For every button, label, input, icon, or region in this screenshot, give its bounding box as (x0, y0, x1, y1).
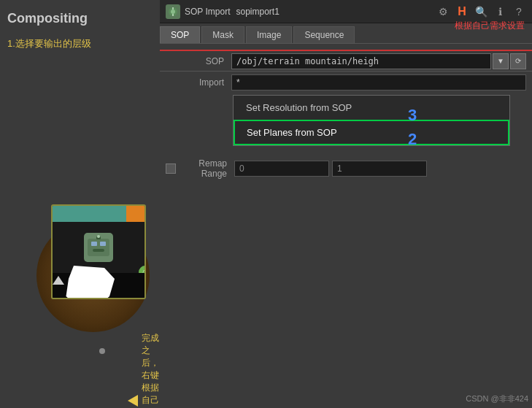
import-label: Import (166, 77, 231, 88)
svg-rect-1 (91, 242, 97, 246)
tab-image[interactable]: Image (246, 26, 292, 43)
svg-rect-0 (88, 239, 109, 256)
remap-input-2[interactable] (332, 161, 427, 177)
annotation-arrow: 完成之后，右键根据自己的需求选择保存模式 (128, 332, 161, 408)
node-area: ① height (44, 197, 161, 343)
title-bar-label: SOP Import (185, 7, 230, 17)
node-header-orange (126, 206, 144, 222)
tab-sequence[interactable]: Sequence (293, 26, 355, 43)
node-box[interactable]: ① height (51, 204, 146, 299)
dropdown-item-resolution[interactable]: Set Resolution from SOP (234, 96, 509, 120)
svg-rect-8 (172, 7, 174, 9)
compositing-title: Compositing (0, 0, 161, 34)
step1-label: 1.选择要输出的层级 (0, 34, 161, 54)
svg-point-5 (97, 235, 100, 238)
remap-checkbox[interactable] (166, 163, 176, 174)
sop-panel: SOP Import sopimport1 ⚙ H 🔍 ℹ ? SOP Mask… (160, 0, 532, 408)
dropdown-menu: Set Resolution from SOP Set Planes from … (233, 95, 510, 146)
annotation-number-2: 2 (408, 130, 417, 149)
node-header (53, 206, 144, 222)
title-bar-icons: ⚙ H 🔍 ℹ ? (436, 4, 526, 19)
svg-rect-3 (93, 249, 104, 252)
node-robot-icon (84, 233, 113, 262)
node-dot (99, 348, 105, 354)
watermark-text: CSDN @非非424 (466, 393, 528, 404)
title-bar-name: sopimport1 (236, 7, 436, 17)
tab-mask[interactable]: Mask (201, 26, 244, 43)
sop-icon (166, 4, 180, 19)
info-icon[interactable]: ℹ (493, 4, 507, 19)
node-arrow-icon (53, 276, 64, 285)
node-header-teal (53, 206, 126, 222)
remap-input-1[interactable] (234, 161, 329, 177)
h-icon[interactable]: H (455, 4, 469, 19)
gear-icon[interactable]: ⚙ (436, 4, 450, 19)
arrow-triangle-icon (128, 395, 138, 407)
sop-label: SOP (166, 56, 231, 66)
sop-path-icon-button[interactable]: ⟳ (510, 53, 526, 69)
svg-rect-9 (172, 14, 174, 16)
dropdown-item-planes[interactable]: Set Planes from SOP (234, 120, 509, 145)
sop-path-button[interactable]: ▼ (493, 53, 509, 69)
annotation-number-3: 3 (408, 106, 417, 125)
import-input[interactable] (231, 74, 526, 91)
compositing-panel: Compositing 1.选择要输出的层级 (0, 0, 161, 408)
svg-rect-2 (100, 242, 106, 246)
form-area: SOP ▼ ⟳ Import Set Resolution from SOP S… (160, 44, 532, 152)
node-content-area (53, 273, 144, 299)
tab-sop[interactable]: SOP (160, 26, 200, 43)
remap-label: Remap Range (182, 158, 234, 179)
import-row: Import (160, 72, 532, 93)
sop-path-row: SOP ▼ ⟳ (160, 50, 532, 72)
tabs-bar: SOP Mask Image Sequence 根据自己需求设置 (160, 23, 532, 44)
bottom-annotation-text: 完成之后，右键根据自己的需求选择保存模式 (142, 332, 161, 408)
dropdown-container: Set Resolution from SOP Set Planes from … (233, 95, 532, 146)
help-icon[interactable]: ? (512, 4, 526, 19)
tab-annotation-text: 根据自己需求设置 (455, 20, 525, 32)
svg-point-7 (171, 9, 175, 14)
search-icon[interactable]: 🔍 (474, 4, 488, 19)
remap-range-row: Remap Range (160, 158, 532, 180)
node-icon-area: ① (53, 222, 144, 273)
sop-path-input[interactable] (231, 53, 491, 69)
